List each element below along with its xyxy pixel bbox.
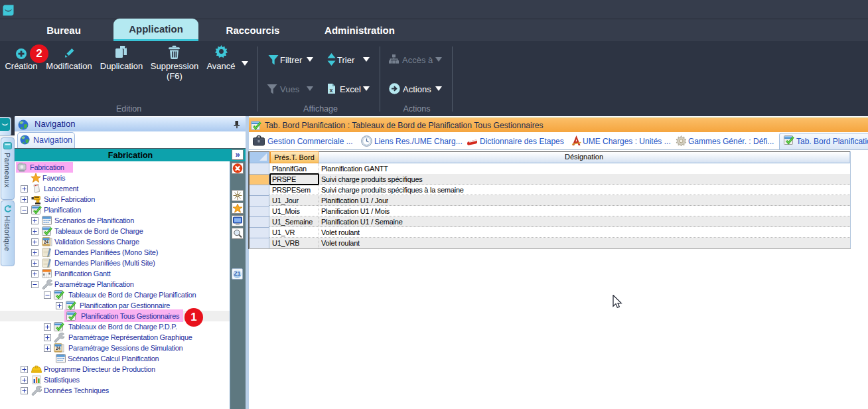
svg-text:x: x <box>329 87 332 94</box>
